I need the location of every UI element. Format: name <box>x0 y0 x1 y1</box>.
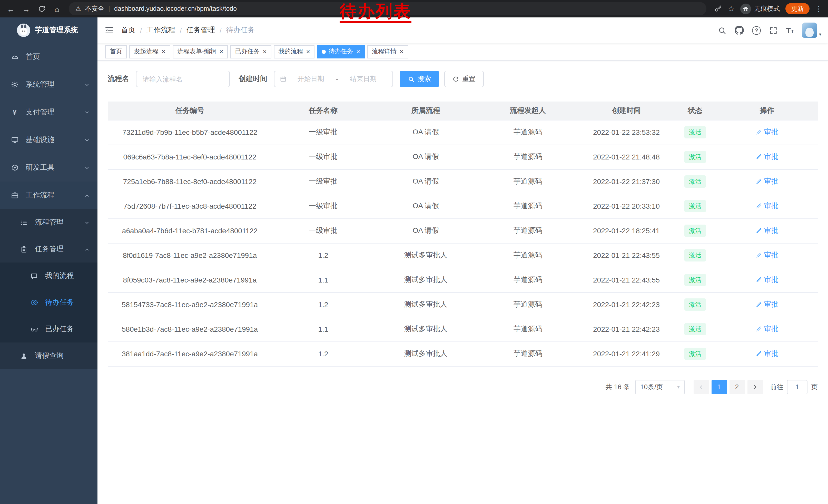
home-icon[interactable]: ⌂ <box>50 2 64 15</box>
approve-button[interactable]: 审批 <box>755 226 779 235</box>
goto-label: 前往 <box>770 382 783 392</box>
omnibox-divider: | <box>109 5 110 12</box>
process-name-input[interactable] <box>136 71 230 87</box>
cell-actions: 审批 <box>716 145 818 169</box>
cell-task-name: 一级审批 <box>272 145 374 169</box>
approve-button[interactable]: 审批 <box>755 325 779 334</box>
column-header-process: 所属流程 <box>374 101 477 120</box>
fullscreen-icon[interactable] <box>769 26 778 35</box>
breadcrumb-separator: / <box>180 27 181 34</box>
table-row: 58154733-7ac8-11ec-a9e2-a2380e71991a 1.2… <box>108 292 818 317</box>
close-icon[interactable]: × <box>400 48 404 55</box>
tab-process-detail[interactable]: 流程详情 × <box>367 45 408 58</box>
status-badge: 激活 <box>685 348 706 360</box>
sidebar-item-todo-tasks[interactable]: 待办任务 <box>0 289 97 316</box>
sidebar-item-workflow[interactable]: 工作流程 <box>0 182 97 209</box>
avatar[interactable] <box>802 22 818 38</box>
breadcrumb-current: 待办任务 <box>226 26 255 35</box>
font-size-icon[interactable]: TT <box>786 27 794 34</box>
cell-task-name: 一级审批 <box>272 194 374 218</box>
goto-page: 前往 页 <box>770 380 818 394</box>
reset-button[interactable]: 重置 <box>444 71 484 87</box>
sidebar-item-devtools[interactable]: 研发工具 <box>0 154 97 182</box>
start-date-input[interactable]: 开始日期 <box>287 74 335 84</box>
reload-icon[interactable] <box>35 2 48 15</box>
cell-status: 激活 <box>674 194 716 218</box>
sidebar-item-done-tasks[interactable]: 已办任务 <box>0 316 97 342</box>
cell-task-id: 580e1b3d-7ac8-11ec-a9e2-a2380e71991a <box>108 317 272 341</box>
goto-page-input[interactable] <box>787 380 808 394</box>
close-icon[interactable]: × <box>162 48 165 55</box>
end-date-input[interactable]: 结束日期 <box>339 74 387 84</box>
breadcrumb-item[interactable]: 任务管理 <box>187 26 215 35</box>
cell-process: 测试多审批人 <box>374 243 477 268</box>
search-button[interactable]: 搜索 <box>400 71 439 87</box>
next-page-button[interactable] <box>747 380 762 394</box>
cell-starter: 芋道源码 <box>477 341 579 366</box>
close-icon[interactable]: × <box>219 48 223 55</box>
app-logo[interactable]: 芋道管理系统 <box>0 17 97 43</box>
search-button-label: 搜索 <box>418 74 431 84</box>
sidebar-item-payment[interactable]: ¥ 支付管理 <box>0 98 97 126</box>
close-icon[interactable]: × <box>356 48 360 55</box>
status-badge: 激活 <box>685 323 706 335</box>
approve-button[interactable]: 审批 <box>755 349 779 358</box>
reset-button-label: 重置 <box>462 74 475 84</box>
approve-button[interactable]: 审批 <box>755 251 779 260</box>
approve-button[interactable]: 审批 <box>755 152 779 162</box>
tab-form-edit[interactable]: 流程表单-编辑 × <box>173 45 228 58</box>
tab-todo-tasks[interactable]: 待办任务 × <box>317 45 365 58</box>
tab-my-processes[interactable]: 我的流程 × <box>274 45 315 58</box>
url-text[interactable]: dashboard.yudao.iocoder.cn/bpm/task/todo <box>114 5 237 12</box>
update-button[interactable]: 更新 <box>785 3 810 14</box>
prev-page-button[interactable] <box>693 380 709 394</box>
close-icon[interactable]: × <box>306 48 310 55</box>
forward-icon[interactable]: → <box>19 2 33 15</box>
approve-button[interactable]: 审批 <box>755 177 779 186</box>
sidebar-item-home[interactable]: 首页 <box>0 43 97 71</box>
breadcrumb-item[interactable]: 工作流程 <box>147 26 175 35</box>
approve-button[interactable]: 审批 <box>755 275 779 284</box>
sidebar-toggle-icon[interactable] <box>97 17 121 43</box>
bookmark-star-icon[interactable]: ☆ <box>728 4 735 13</box>
approve-button[interactable]: 审批 <box>755 201 779 211</box>
sidebar-item-task-mgmt[interactable]: 任务管理 <box>0 236 97 263</box>
search-icon[interactable] <box>718 26 727 35</box>
approve-label: 审批 <box>764 226 779 235</box>
breadcrumb-item[interactable]: 首页 <box>121 26 135 35</box>
password-key-icon[interactable] <box>714 5 722 13</box>
approve-label: 审批 <box>764 349 779 358</box>
approve-button[interactable]: 审批 <box>755 128 779 137</box>
github-icon[interactable] <box>735 26 744 35</box>
close-icon[interactable]: × <box>263 48 266 55</box>
page-button-2[interactable]: 2 <box>729 380 745 394</box>
date-range-picker[interactable]: 开始日期 - 结束日期 <box>274 71 393 87</box>
sidebar-item-my-processes[interactable]: 我的流程 <box>0 263 97 289</box>
create-time-label: 创建时间 <box>239 74 267 84</box>
tab-done-tasks[interactable]: 已办任务 × <box>230 45 271 58</box>
browser-menu-icon[interactable]: ⋮ <box>815 5 821 13</box>
user-menu[interactable]: ▾ <box>802 22 821 38</box>
sidebar-item-infrastructure[interactable]: 基础设施 <box>0 126 97 154</box>
tab-label: 发起流程 <box>134 47 159 56</box>
cell-actions: 审批 <box>716 120 818 145</box>
back-icon[interactable]: ← <box>4 2 17 15</box>
person-icon <box>19 352 28 360</box>
sidebar-item-label: 系统管理 <box>26 80 84 89</box>
filter-bar: 流程名 创建时间 开始日期 - 结束日期 搜索 <box>108 71 818 87</box>
cell-task-name: 一级审批 <box>272 169 374 194</box>
tab-home[interactable]: 首页 <box>105 45 127 58</box>
page-button-1[interactable]: 1 <box>711 380 727 394</box>
sidebar-item-process-mgmt[interactable]: 流程管理 <box>0 209 97 236</box>
security-label[interactable]: 不安全 <box>85 4 105 13</box>
sidebar-item-system[interactable]: 系统管理 <box>0 71 97 98</box>
page-size-select[interactable]: 10条/页 ▾ <box>635 380 685 394</box>
cell-status: 激活 <box>674 218 716 243</box>
eye-icon <box>30 298 38 307</box>
cell-created: 2022-01-21 22:41:29 <box>579 341 674 366</box>
help-icon[interactable]: ? <box>752 26 761 35</box>
chat-bubble-icon <box>30 272 38 280</box>
approve-button[interactable]: 审批 <box>755 300 779 309</box>
sidebar-item-leave-query[interactable]: 请假查询 <box>0 342 97 369</box>
tab-start-process[interactable]: 发起流程 × <box>129 45 170 58</box>
